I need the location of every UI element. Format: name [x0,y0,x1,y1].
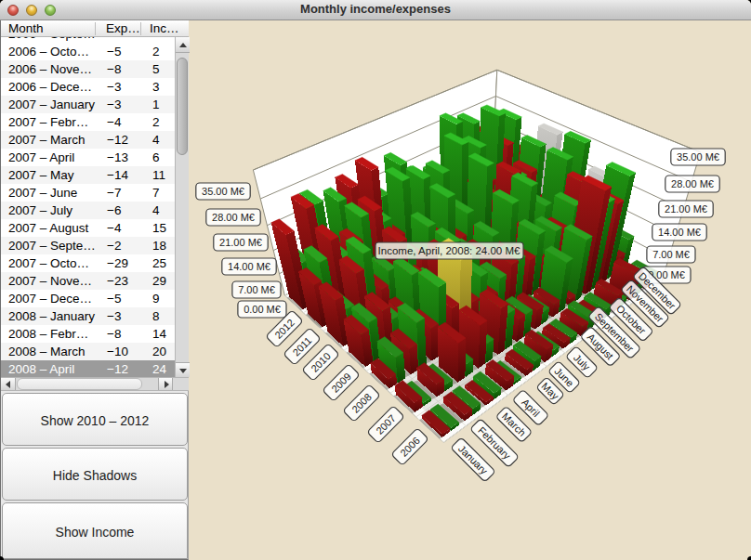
svg-text:21.00 M€: 21.00 M€ [219,237,262,248]
svg-text:35.00 M€: 35.00 M€ [202,186,244,197]
svg-text:Income, April, 2008: 24.00 M€: Income, April, 2008: 24.00 M€ [378,245,520,256]
svg-text:7.00 M€: 7.00 M€ [652,249,690,260]
svg-text:January: January [456,443,491,477]
svg-text:14.00 M€: 14.00 M€ [658,227,701,238]
svg-text:28.00 M€: 28.00 M€ [671,178,714,189]
svg-text:14.00 M€: 14.00 M€ [228,261,270,272]
svg-text:0.00 M€: 0.00 M€ [244,304,281,315]
svg-text:February: February [476,424,513,462]
svg-text:28.00 M€: 28.00 M€ [212,212,255,223]
svg-text:21.00 M€: 21.00 M€ [665,203,707,215]
svg-text:7.00 M€: 7.00 M€ [238,284,275,295]
svg-text:35.00 M€: 35.00 M€ [677,151,719,163]
